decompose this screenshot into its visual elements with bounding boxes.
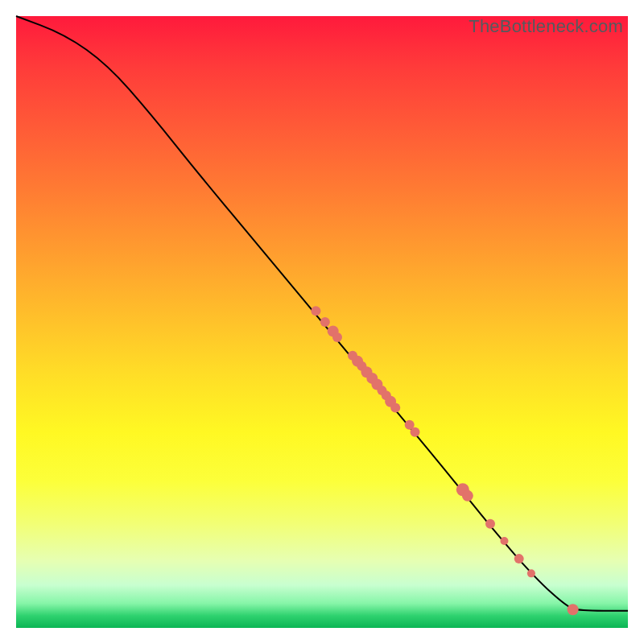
data-point (332, 332, 342, 342)
series-markers (311, 306, 578, 615)
chart-canvas: TheBottleneck.com (0, 0, 644, 644)
data-point (485, 519, 495, 529)
chart-svg (16, 16, 628, 628)
data-point (311, 306, 320, 316)
data-point (514, 554, 524, 564)
data-point (527, 569, 535, 577)
data-point (411, 427, 420, 437)
data-point (390, 402, 400, 412)
plot-area: TheBottleneck.com (16, 16, 628, 628)
series-curve (16, 16, 628, 611)
data-point (462, 490, 473, 502)
data-point (320, 317, 330, 327)
data-point (568, 604, 579, 615)
data-point (500, 537, 508, 545)
